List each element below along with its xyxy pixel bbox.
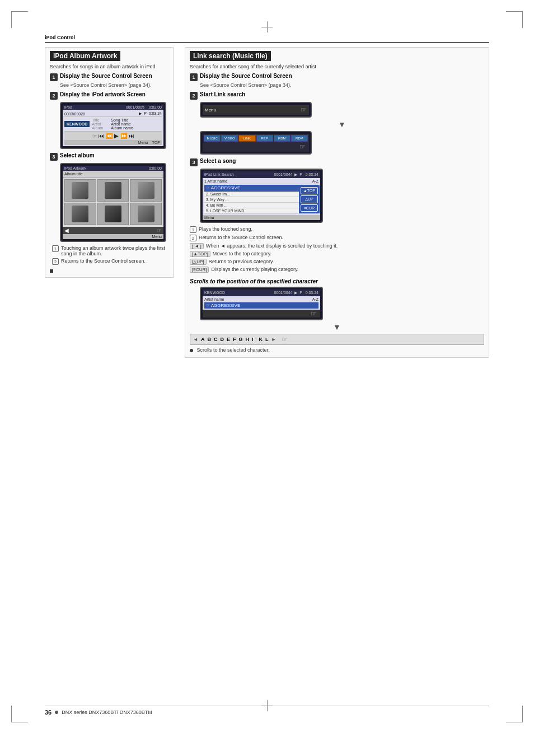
nav-video[interactable]: VIDEO: [221, 135, 238, 142]
alpha-l[interactable]: L: [265, 337, 269, 342]
album-value: Album name: [111, 126, 133, 130]
right-step2-header: 2 Start Link search: [190, 91, 484, 100]
key-desc-2: 2 Returns to the Source Control screen.: [190, 235, 484, 241]
artwork-item-1[interactable]: [64, 179, 96, 202]
artwork-item-2[interactable]: [97, 179, 129, 202]
down-arrow-icon-2: ▼: [333, 323, 341, 332]
nav-music[interactable]: MUSIC: [204, 135, 221, 142]
screen-time-info: 0001/0005 0:02:00: [126, 105, 162, 109]
right-column: Link search (Music file) Searches for an…: [185, 47, 489, 363]
screen-controls: ☞ ⏮ ⏪ ▶ ⏩ ⏭: [64, 132, 162, 140]
reg-mark-br: [506, 706, 523, 722]
right-step3-num: 3: [190, 158, 198, 166]
left-note-num-2: 2: [52, 258, 59, 265]
ctrl-play[interactable]: ▶: [114, 133, 119, 139]
artist-label: Artist: [92, 122, 109, 126]
artwork-thumb: ☞: [157, 227, 162, 234]
alpha-e[interactable]: E: [226, 337, 231, 342]
footer-bullet: [55, 711, 58, 714]
btn-cur[interactable]: ≡CUR: [301, 204, 318, 212]
alpha-a[interactable]: A: [200, 337, 205, 342]
link-menu-screen: Menu ☞: [200, 102, 312, 118]
right-step1-desc: See <Source Control Screen> (page 34).: [200, 82, 484, 88]
key-text-arrow: When ◄ appears, the text display is scro…: [206, 243, 338, 249]
bullet-right: [190, 349, 193, 352]
nav-link-active[interactable]: LINK: [238, 135, 255, 142]
play-indicator: ▶ P 0:03:24: [139, 111, 162, 116]
ctrl-thumb: ☞: [92, 133, 97, 139]
left-step1-header: 1 Display the Source Control Screen: [50, 73, 168, 81]
scroll-thumb-area: ☞: [203, 310, 320, 318]
ctrl-next: ⏩: [120, 133, 127, 139]
song-time-info: 0001/0044 ▶ P 0:03:24: [274, 172, 318, 177]
key-tag-arrow: [ ◄ ]: [190, 243, 204, 249]
alpha-h[interactable]: H: [245, 337, 250, 342]
key-desc-top: [▲TOP] Moves to the top category.: [190, 251, 484, 257]
left-section-title: iPod Album Artwork: [50, 51, 120, 61]
nav-bar-screen: MUSIC VIDEO LINK REP RDM RDM ☞: [200, 131, 312, 155]
scroll-note-text: Scrolls to the selected character.: [197, 347, 270, 353]
ipod-screen-mockup: iPod 0001/0005 0:02:00 0003/00028 ▶ P 0:…: [60, 102, 166, 149]
scroll-subheader: Artist name A-Z: [204, 297, 318, 302]
scroll-time-info: 0001/0044 ▶ P 0:03:24: [274, 291, 318, 295]
key-desc-1: 1 Plays the touched song.: [190, 226, 484, 233]
artwork-menu-bar: Menu: [63, 234, 163, 239]
right-step3-title: Select a song: [200, 158, 236, 164]
artwork-item-5[interactable]: [97, 203, 129, 225]
artwork-item-4[interactable]: [64, 203, 96, 225]
left-note-text-1: Touching an album artwork twice plays th…: [61, 245, 168, 256]
title-label: Title: [92, 118, 109, 122]
artwork-item-6[interactable]: [130, 203, 162, 225]
scroll-note-container: Scrolls to the selected character.: [190, 347, 484, 353]
screen-top-bar: iPod 0001/0005 0:02:00: [63, 105, 163, 110]
down-arrow-1: ▼: [200, 120, 484, 129]
right-step1-title: Display the Source Control Screen: [200, 73, 292, 79]
scroll-artist: Artist name: [204, 297, 224, 301]
alpha-right-arrow[interactable]: ►: [270, 337, 277, 342]
right-step2-title: Start Link search: [200, 91, 245, 97]
screen-rows: TitleSong Title ArtistArtist name AlbumA…: [92, 118, 133, 130]
scroll-section-title: Scrolls to the position of the specified…: [190, 278, 484, 284]
song-menu-bar: Menu: [203, 215, 320, 220]
footer-page-num: 36: [45, 709, 51, 716]
song-az: A-Z: [312, 179, 318, 183]
key-text-up: Returns to previous category.: [209, 259, 274, 264]
artwork-top-bar: iPod Artwork 0:00:00: [63, 166, 163, 171]
alpha-f[interactable]: F: [232, 337, 237, 342]
artist-value: Artist name: [111, 122, 130, 126]
screen-menu: Menu TOP: [64, 140, 162, 145]
key-desc-up: [△UP] Returns to previous category.: [190, 259, 484, 265]
btn-top[interactable]: ▲TOP: [301, 187, 318, 194]
alpha-b[interactable]: B: [207, 337, 212, 342]
ctrl-next-next: ⏭: [129, 133, 134, 139]
nav-rdm1[interactable]: RDM: [274, 135, 291, 142]
alpha-left-arrow[interactable]: ◄: [193, 337, 199, 342]
reg-mark-tr: [506, 11, 523, 28]
left-step1-num: 1: [50, 73, 58, 81]
alpha-i[interactable]: I: [251, 337, 254, 342]
song-source: iPod Link Search: [204, 172, 234, 177]
btn-up[interactable]: △UP: [301, 195, 318, 203]
alpha-c[interactable]: C: [213, 337, 218, 342]
nav-rep[interactable]: REP: [256, 135, 273, 142]
footer-series: DNX series DNX7360BT/ DNX7360BTM: [62, 710, 152, 715]
nav-rdm2[interactable]: RDM: [291, 135, 308, 142]
reg-mark-tl: [11, 11, 28, 28]
page-header: iPod Control: [45, 34, 489, 43]
left-note-2: 2 Returns to the Source Control screen.: [52, 258, 168, 265]
left-note-1: 1 Touching an album artwork twice plays …: [52, 245, 168, 256]
left-step1-title: Display the Source Control Screen: [60, 73, 152, 79]
alpha-d[interactable]: D: [219, 337, 224, 342]
reg-mark-bl: [11, 706, 28, 722]
artwork-time-info: 0:00:00: [149, 166, 162, 170]
scroll-selected-song[interactable]: ☞ AGGRESSIVE: [204, 302, 318, 309]
left-step3-title: Select album: [60, 152, 95, 158]
key-desc-list: 1 Plays the touched song. 2 Returns to t…: [190, 226, 484, 273]
ctrl-prev-prev: ⏮: [99, 133, 104, 139]
alpha-k[interactable]: K: [258, 337, 263, 342]
alpha-g[interactable]: G: [238, 337, 243, 342]
album-label: Album: [92, 126, 109, 130]
artwork-left-arrow[interactable]: ◀: [64, 227, 69, 234]
key-tag-cur: [≡CUR]: [190, 267, 209, 273]
artwork-item-3[interactable]: [130, 179, 162, 202]
